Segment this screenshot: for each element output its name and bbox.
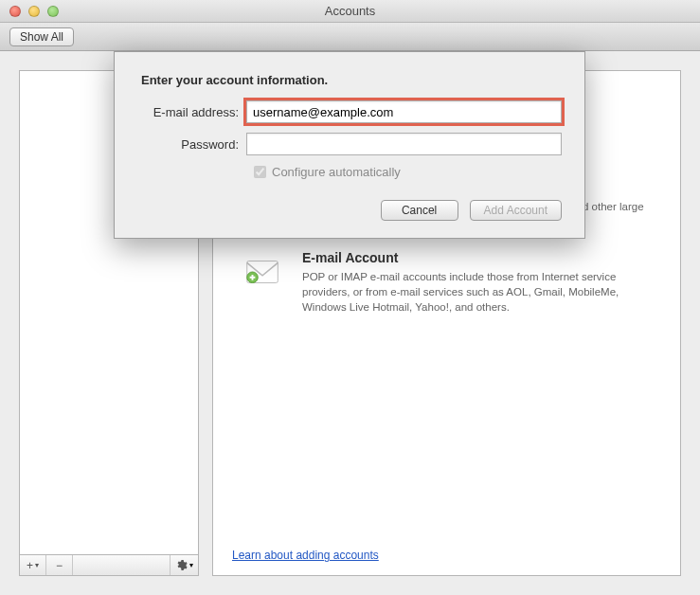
chevron-down-icon: ▾: [35, 561, 39, 569]
plus-icon: +: [27, 559, 33, 572]
cancel-button[interactable]: Cancel: [381, 200, 458, 221]
close-window-button[interactable]: [9, 6, 21, 17]
add-account-button[interactable]: Add Account: [470, 200, 562, 221]
sheet-heading: Enter your account information.: [141, 73, 562, 87]
password-label: Password:: [137, 137, 246, 152]
sheet-button-row: Cancel Add Account: [137, 200, 562, 221]
email-row: E-mail address:: [137, 100, 562, 123]
chevron-down-icon: ▾: [189, 561, 193, 569]
configure-auto-label: Configure automatically: [272, 165, 401, 179]
password-input[interactable]: [246, 133, 562, 155]
configure-auto-row[interactable]: Configure automatically: [254, 165, 562, 179]
sidebar-controls: + ▾ − ▾: [19, 555, 199, 576]
account-actions-button[interactable]: ▾: [170, 555, 198, 575]
learn-link[interactable]: Learn about adding accounts: [232, 549, 379, 562]
email-text: E-mail Account POP or IMAP e-mail accoun…: [302, 250, 652, 315]
gear-icon: [175, 559, 188, 571]
email-title: E-mail Account: [302, 250, 652, 265]
add-account-sheet: Enter your account information. E-mail a…: [114, 51, 585, 239]
email-label: E-mail address:: [137, 105, 246, 119]
email-icon: [242, 250, 285, 294]
remove-account-button[interactable]: −: [46, 555, 73, 575]
minus-icon: −: [56, 559, 63, 572]
minimize-window-button[interactable]: [28, 6, 40, 17]
window-controls: [0, 6, 59, 17]
add-account-button[interactable]: + ▾: [20, 555, 46, 575]
email-input[interactable]: [246, 100, 562, 123]
configure-auto-checkbox[interactable]: [254, 166, 266, 178]
password-row: Password:: [137, 133, 562, 155]
window-title: Accounts: [0, 4, 700, 18]
zoom-window-button[interactable]: [47, 6, 59, 17]
email-desc: POP or IMAP e-mail accounts include thos…: [302, 269, 652, 315]
controls-spacer: [73, 555, 170, 575]
toolbar: Show All: [0, 23, 700, 51]
show-all-button[interactable]: Show All: [9, 27, 74, 46]
email-account-option[interactable]: E-mail Account POP or IMAP e-mail accoun…: [242, 250, 652, 315]
title-bar: Accounts: [0, 0, 700, 23]
